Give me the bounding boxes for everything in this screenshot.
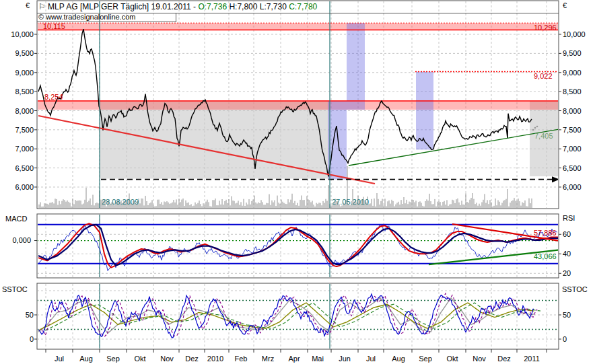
symbol-title: MLP AG [MLP GER Täglich]: [48, 2, 149, 11]
time-axis-label: Jul: [55, 355, 64, 363]
time-axis-label: Dez: [185, 355, 199, 363]
macd-plot-frame[interactable]: [37, 214, 559, 278]
highlight-period-band[interactable]: [347, 23, 365, 110]
time-axis-label: Jul: [366, 355, 376, 363]
time-axis-label: 2010: [207, 355, 223, 363]
price-tick-left: 6,000: [3, 183, 34, 191]
time-axis-label: Nov: [160, 355, 174, 363]
price-tick-left: 7,500: [3, 126, 34, 134]
price-tick-right: 8,000: [563, 107, 582, 115]
price-tick-left: 8,000: [3, 107, 34, 115]
level-label-10115: 10,115: [43, 22, 65, 30]
resistance-zone-band[interactable]: [37, 101, 559, 110]
title-separator: -: [193, 2, 196, 11]
price-tick-left: 10,000: [3, 30, 34, 38]
time-axis-label: Dez: [497, 355, 511, 363]
level-label-9022: 9,022: [534, 72, 553, 80]
time-axis-label: Nov: [473, 355, 486, 363]
sstoc-panel-label-right: SSTOC: [562, 285, 588, 293]
chart-canvas: [0, 0, 595, 364]
price-tick-left: 8,500: [3, 87, 34, 96]
time-axis-label: 2011: [524, 355, 540, 363]
chart-title-row: ⚐ MLP AG [MLP GER Täglich] 19.01.2011 - …: [38, 2, 317, 11]
time-axis-label: Okt: [134, 355, 145, 363]
price-tick-left: 6,500: [3, 164, 34, 172]
time-axis-label: Mai: [312, 355, 324, 363]
level-label-8254: 8,254: [44, 93, 63, 101]
session-date-1: 28.08.2009: [102, 198, 139, 206]
low-value: L:7,730: [260, 2, 287, 11]
time-axis-label: Okt: [446, 355, 458, 363]
price-tick-left: 9,000: [3, 69, 34, 77]
time-axis-label: Apr: [288, 355, 300, 363]
highlight-period-band[interactable]: [328, 101, 347, 180]
time-axis-label: Jun: [339, 355, 351, 363]
highlight-period-band[interactable]: [416, 72, 433, 150]
close-value: C:7,780: [289, 2, 317, 11]
macd-panel-label: MACD: [5, 215, 27, 223]
price-tick-right: 7,500: [563, 126, 582, 134]
sstoc-line-green-dashed: [45, 303, 540, 330]
price-tick-right: 8,500: [563, 87, 582, 96]
time-axis-label: Mrz: [262, 355, 274, 363]
rsi-support-value: 43,066: [534, 252, 557, 260]
rsi-tick: 60: [563, 230, 571, 238]
chart-window: ⚐ MLP AG [MLP GER Täglich] 19.01.2011 - …: [0, 0, 595, 364]
price-tick-right: 6,500: [563, 164, 582, 172]
last-bar-marker: [532, 129, 534, 131]
rsi-tick: 40: [563, 250, 571, 258]
copyright-box: © www.tradesignalonline.com: [37, 13, 176, 22]
sstoc-tick-right: 50: [563, 311, 571, 319]
uptrend-trendline[interactable]: [349, 129, 559, 166]
time-axis-label: Sep: [419, 355, 432, 363]
time-axis-label: Aug: [79, 355, 93, 363]
price-tick-left: 9,500: [3, 49, 34, 57]
macd-zero-label: 0,000: [9, 236, 31, 244]
session-date-2: 27.05.2010: [332, 198, 369, 206]
level-label-10296: 10,296: [534, 24, 557, 32]
last-bar-marker: [536, 126, 538, 128]
time-axis-label: Sep: [106, 355, 120, 363]
quote-date: 19.01.2011: [151, 2, 191, 11]
price-tick-left: 7,000: [3, 145, 34, 153]
price-tick-right: 10,000: [563, 30, 586, 38]
price-tick-right: 9,500: [563, 49, 582, 57]
rsi-tick: 20: [563, 269, 571, 277]
open-value: O:7,736: [198, 2, 227, 11]
price-tick-right: 9,000: [563, 69, 582, 77]
rsi-resistance-value: 57,886: [534, 229, 557, 237]
sstoc-tick-left: 0: [3, 335, 34, 343]
high-value: H:7,800: [229, 2, 257, 11]
trend-support-label: 7,405: [534, 132, 553, 140]
rsi-axis[interactable]: [559, 214, 595, 278]
price-tick-right: 7,000: [563, 145, 582, 153]
time-axis-label: Feb: [235, 355, 248, 363]
flag-icon: ⚐: [38, 2, 46, 11]
price-tick-right: 6,000: [563, 183, 582, 191]
sstoc-tick-right: 0: [563, 335, 567, 343]
sstoc-tick-left: 50: [3, 311, 34, 319]
time-axis-label: Aug: [392, 355, 405, 363]
resistance-zone-band[interactable]: [37, 23, 559, 30]
last-bar-marker: [534, 127, 536, 129]
